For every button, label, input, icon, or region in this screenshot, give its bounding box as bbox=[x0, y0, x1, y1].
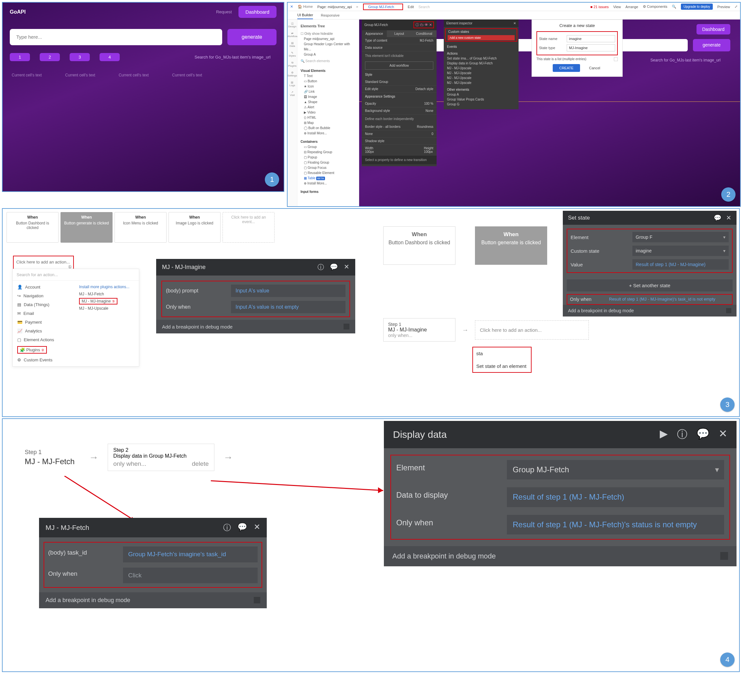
add-action-link[interactable]: Click here to add an action... bbox=[16, 260, 70, 265]
components-menu[interactable]: ⚙ Components bbox=[643, 4, 667, 9]
cat-custom-events[interactable]: ⚙ Custom Events bbox=[13, 355, 74, 364]
el-video[interactable]: ▶ Video bbox=[301, 110, 356, 115]
view-menu[interactable]: View bbox=[613, 5, 621, 9]
info-icon[interactable]: ⓘ bbox=[317, 263, 324, 272]
onlywhen-expression[interactable]: Click bbox=[123, 568, 257, 584]
cat-analytics[interactable]: 📈 Analytics bbox=[13, 327, 74, 335]
home-icon[interactable]: 🏠 Home bbox=[298, 4, 312, 9]
el-map[interactable]: ⊞ Map bbox=[301, 120, 356, 126]
wf-event-card[interactable]: WhenButton Dashbord is clicked bbox=[383, 226, 455, 265]
nav-request[interactable]: Request bbox=[216, 9, 232, 14]
insp-action[interactable]: MJ - MJ-Upscale bbox=[447, 71, 515, 76]
step-1[interactable]: Step 1 MJ - MJ-Fetch bbox=[25, 446, 80, 470]
insp-other[interactable]: Group G bbox=[447, 102, 515, 107]
step-2[interactable]: Step 2 Display data in Group MJ-Fetch on… bbox=[108, 444, 214, 471]
el-html[interactable]: ⟨⟩ HTML bbox=[301, 115, 356, 120]
insp-action[interactable]: MJ - MJ-Upscale bbox=[447, 76, 515, 80]
action-item[interactable]: MJ - MJ-Upscale bbox=[74, 305, 139, 312]
wf-event-card[interactable]: WhenIcon Menu is clicked bbox=[115, 212, 167, 243]
num-2[interactable]: 2 bbox=[40, 53, 60, 61]
cat-payment[interactable]: 💳 Payment bbox=[13, 318, 74, 327]
breakpoint-checkbox[interactable] bbox=[726, 308, 731, 313]
add-custom-state[interactable]: Add a new custom state bbox=[448, 35, 515, 40]
tab-conditional[interactable]: Conditional bbox=[412, 30, 437, 37]
num-4[interactable]: 4 bbox=[100, 53, 120, 61]
custom-state-dropdown[interactable]: imagine bbox=[632, 245, 729, 256]
chat-icon[interactable]: 💬 bbox=[330, 263, 338, 272]
num-1[interactable]: 1 bbox=[10, 53, 30, 61]
rail-workflow[interactable]: ⇄Workflow bbox=[287, 32, 298, 38]
el-built[interactable]: ◯ Built on Bubble bbox=[301, 126, 356, 131]
info-icon[interactable]: ⓘ bbox=[223, 522, 231, 533]
tree-item[interactable]: Group Header Logo Center with Me... bbox=[301, 42, 356, 52]
el-image[interactable]: 🖼 Image bbox=[301, 94, 356, 100]
el-rg[interactable]: ⊟ Repeating Group bbox=[301, 150, 356, 155]
info-icon[interactable]: ⓘ bbox=[677, 427, 687, 442]
element-dropdown[interactable]: Group MJ-Fetch bbox=[507, 460, 724, 480]
cancel-button[interactable]: Cancel bbox=[588, 64, 601, 72]
el-install[interactable]: ⊕ Install More... bbox=[301, 131, 356, 136]
insp-other[interactable]: Group Value Props Cards bbox=[447, 97, 515, 102]
el-fg[interactable]: ▢ Floating Group bbox=[301, 160, 356, 165]
tab-layout[interactable]: Layout bbox=[387, 30, 412, 37]
top-search[interactable]: Search bbox=[418, 5, 430, 9]
onlywhen-expression[interactable]: Input A's value is not empty bbox=[231, 301, 345, 313]
cat-element-actions[interactable]: ▢ Element Actions bbox=[13, 335, 74, 344]
element-dropdown[interactable]: Group F bbox=[632, 232, 729, 242]
action-item[interactable]: MJ - MJ-Fetch bbox=[74, 290, 139, 298]
edit-menu[interactable]: Edit bbox=[408, 5, 414, 9]
action-item[interactable]: MJ - MJ-Imagine ③ bbox=[74, 298, 139, 305]
close-icon[interactable]: ✕ bbox=[726, 214, 731, 221]
insp-action[interactable]: Set state ima... of Group MJ-Fetch bbox=[447, 56, 515, 61]
value-expression[interactable]: Result of step 1 (MJ - MJ-Imagine) bbox=[632, 259, 729, 270]
rail-data[interactable]: ▤Data bbox=[290, 42, 295, 48]
el-install2[interactable]: ⊕ Install More... bbox=[301, 181, 356, 186]
el-popup[interactable]: ▢ Popup bbox=[301, 155, 356, 160]
chat-icon[interactable]: 💬 bbox=[714, 214, 722, 221]
el-button[interactable]: ▭ Button bbox=[301, 79, 356, 84]
el-table[interactable]: ▦ Table BETA bbox=[301, 175, 356, 181]
el-shape[interactable]: ▲ Shape bbox=[301, 100, 356, 105]
el-re[interactable]: ▢ Reusable Element bbox=[301, 171, 356, 175]
state-list-checkbox[interactable] bbox=[614, 57, 618, 61]
insp-action[interactable]: MJ - MJ-Upscale bbox=[447, 80, 515, 85]
step-box[interactable]: Step 1 MJ - MJ-Imagine only when... bbox=[383, 318, 455, 342]
expand-icon[interactable]: ⤢ bbox=[735, 4, 738, 9]
cat-data[interactable]: ▤ Data (Things) bbox=[13, 300, 74, 309]
wf-event-card[interactable]: WhenImage Logo is clicked bbox=[168, 212, 220, 243]
onlywhen-expression[interactable]: Result of step 1 (MJ - MJ-Fetch)'s statu… bbox=[507, 515, 724, 534]
chat-icon[interactable]: 💬 bbox=[696, 427, 710, 442]
insp-other[interactable]: Group A bbox=[447, 92, 515, 97]
chat-icon[interactable]: 💬 bbox=[238, 522, 247, 533]
create-button[interactable]: CREATE bbox=[553, 64, 580, 72]
wf-event-card[interactable]: WhenButton Dashbord is clicked bbox=[6, 212, 58, 243]
cat-navigation[interactable]: ↪ Navigation bbox=[13, 291, 74, 300]
cat-account[interactable]: 👤 Account bbox=[13, 283, 74, 291]
tree-item[interactable]: Page midjourney_api bbox=[301, 36, 356, 42]
canvas-generate[interactable]: generate bbox=[693, 39, 730, 51]
set-state-option[interactable]: Set state of an element bbox=[476, 363, 526, 369]
close-icon[interactable]: ✕ bbox=[719, 427, 728, 442]
rail-plugins[interactable]: ⧉Plugins bbox=[288, 61, 296, 67]
breakpoint-checkbox[interactable] bbox=[254, 597, 260, 603]
insp-action[interactable]: Display data in Group MJ-Fetch bbox=[447, 61, 515, 66]
rail-styles[interactable]: ✎Styles bbox=[289, 51, 296, 57]
tab-ui-builder[interactable]: UI Builder bbox=[298, 11, 313, 19]
close-icon[interactable]: ✕ bbox=[344, 263, 350, 272]
generate-button[interactable]: generate bbox=[228, 29, 277, 45]
state-name-input[interactable]: imagine bbox=[567, 35, 615, 42]
search-icon[interactable]: 🔍 bbox=[672, 4, 676, 9]
rail-design[interactable]: ◫Design bbox=[288, 22, 296, 28]
delete-step[interactable]: delete bbox=[192, 460, 209, 467]
el-link[interactable]: 🔗 Link bbox=[301, 89, 356, 94]
wf-add-event[interactable]: Click here to add an event... bbox=[223, 212, 275, 243]
taskid-expression[interactable]: Group MJ-Fetch's imagine's task_id bbox=[123, 547, 257, 562]
el-group[interactable]: ▭ Group bbox=[301, 144, 356, 150]
rail-logs[interactable]: ▤Logs bbox=[290, 81, 295, 87]
play-icon[interactable]: ▶ bbox=[660, 427, 668, 442]
prompt-expression[interactable]: Input A's value bbox=[231, 285, 345, 297]
add-workflow-button[interactable]: Add workflow bbox=[365, 61, 433, 70]
el-gf[interactable]: ▢ Group Focus bbox=[301, 165, 356, 171]
state-type-dropdown[interactable]: MJ-Imagine bbox=[567, 44, 615, 51]
rail-visit[interactable]: ↗Visit bbox=[290, 91, 295, 97]
